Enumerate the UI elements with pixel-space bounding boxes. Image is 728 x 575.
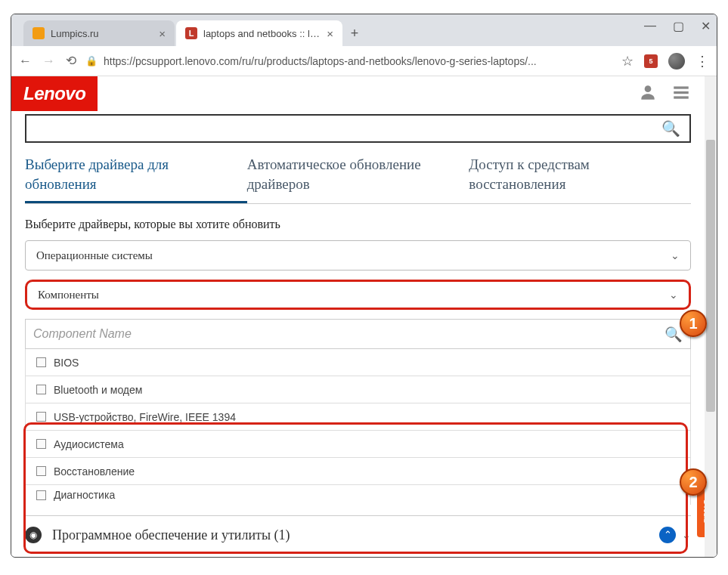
forward-icon[interactable]: → bbox=[42, 54, 55, 69]
user-icon[interactable] bbox=[638, 82, 658, 105]
address-bar: ← → ⟲ 🔒 https://pcsupport.lenovo.com/ru/… bbox=[11, 46, 717, 76]
component-item-recovery[interactable]: Восстановление bbox=[25, 458, 691, 485]
favicon-icon: L bbox=[185, 27, 197, 39]
component-label: BIOS bbox=[54, 357, 79, 369]
menu-icon[interactable]: ⋮ bbox=[695, 53, 709, 70]
addr-right: ☆ 5 ⋮ bbox=[621, 53, 709, 70]
dropdown-label: Операционные системы bbox=[36, 249, 153, 262]
site-search[interactable]: 🔍 bbox=[25, 114, 691, 143]
checkbox[interactable] bbox=[36, 466, 46, 476]
search-placeholder: Component Name bbox=[33, 327, 132, 341]
callout-2: 2 bbox=[680, 468, 707, 496]
component-item-bluetooth[interactable]: Bluetooth и модем bbox=[25, 376, 691, 403]
instruction-text: Выберите драйверы, которые вы хотите обн… bbox=[25, 218, 691, 231]
tab-recovery[interactable]: Доступ к средствам восстановления bbox=[469, 150, 691, 203]
close-window-icon[interactable]: ✕ bbox=[701, 19, 711, 33]
lock-icon: 🔒 bbox=[85, 55, 98, 66]
checkbox[interactable] bbox=[36, 490, 46, 500]
chevron-down-icon: ⌄ bbox=[671, 249, 680, 262]
url-text: https://pcsupport.lenovo.com/ru/ru/produ… bbox=[104, 55, 537, 67]
component-label: Восстановление bbox=[54, 465, 135, 478]
tab-title: laptops and netbooks :: lenovo g bbox=[203, 28, 321, 39]
svg-rect-3 bbox=[674, 96, 689, 98]
checkbox[interactable] bbox=[36, 385, 46, 394]
os-dropdown[interactable]: Операционные системы ⌄ bbox=[25, 240, 691, 270]
checkbox[interactable] bbox=[36, 357, 46, 367]
dropdown-label: Компоненты bbox=[38, 289, 99, 301]
callout-1: 1 bbox=[680, 310, 707, 337]
chevron-down-icon: ⌄ bbox=[682, 529, 691, 542]
tab-select-drivers[interactable]: Выберите драйвера для обновления bbox=[25, 150, 247, 203]
disc-icon: ◉ bbox=[25, 527, 42, 543]
close-icon[interactable]: × bbox=[327, 27, 333, 40]
component-label: USB-устройство, FireWire, IEEE 1394 bbox=[54, 411, 236, 423]
window-controls: — ▢ ✕ bbox=[644, 19, 711, 33]
checkbox[interactable] bbox=[36, 412, 46, 422]
tab-auto-update[interactable]: Автоматическое обновление драйверов bbox=[247, 150, 469, 203]
content-tabs: Выберите драйвера для обновления Автомат… bbox=[25, 150, 691, 204]
browser-window: Lumpics.ru × L laptops and netbooks :: l… bbox=[11, 14, 717, 558]
chevron-down-icon: ⌄ bbox=[669, 289, 678, 301]
checkbox[interactable] bbox=[36, 439, 46, 449]
nav-buttons: ← → ⟲ bbox=[19, 53, 76, 69]
tab-strip: Lumpics.ru × L laptops and netbooks :: l… bbox=[17, 14, 365, 46]
browser-tab-lenovo[interactable]: L laptops and netbooks :: lenovo g × bbox=[176, 20, 342, 46]
component-item-usb[interactable]: USB-устройство, FireWire, IEEE 1394 bbox=[25, 403, 691, 431]
component-label: Bluetooth и модем bbox=[54, 384, 142, 396]
components-dropdown[interactable]: Компоненты ⌄ bbox=[25, 280, 691, 310]
page-viewport: Lenovo 🔍 Выберите драйвера для обновлени… bbox=[11, 76, 717, 557]
svg-point-0 bbox=[645, 85, 652, 92]
lenovo-logo[interactable]: Lenovo bbox=[11, 76, 98, 111]
titlebar: Lumpics.ru × L laptops and netbooks :: l… bbox=[11, 14, 717, 46]
bookmark-icon[interactable]: ☆ bbox=[621, 53, 634, 70]
favicon-icon bbox=[33, 27, 45, 39]
component-label: Аудиосистема bbox=[54, 438, 124, 450]
extension-badge[interactable]: 5 bbox=[644, 54, 658, 68]
accordion-software[interactable]: ◉ Программное обеспечение и утилиты (1) … bbox=[25, 515, 691, 551]
svg-rect-1 bbox=[674, 86, 689, 88]
close-icon[interactable]: × bbox=[159, 27, 166, 40]
back-icon[interactable]: ← bbox=[19, 54, 32, 69]
component-item-audio[interactable]: Аудиосистема bbox=[25, 431, 691, 458]
maximize-icon[interactable]: ▢ bbox=[673, 19, 684, 33]
component-item-diagnostics[interactable]: Диагностика bbox=[25, 485, 691, 505]
component-item-bios[interactable]: BIOS bbox=[25, 349, 691, 376]
minimize-icon[interactable]: — bbox=[644, 19, 656, 33]
new-tab-button[interactable]: + bbox=[344, 23, 365, 44]
site-header: Lenovo bbox=[11, 76, 705, 111]
tab-title: Lumpics.ru bbox=[51, 28, 153, 39]
svg-rect-2 bbox=[674, 91, 689, 94]
url-field[interactable]: 🔒 https://pcsupport.lenovo.com/ru/ru/pro… bbox=[85, 55, 612, 67]
arrow-up-icon[interactable]: ⌃ bbox=[659, 527, 676, 543]
profile-avatar[interactable] bbox=[668, 53, 685, 70]
browser-tab-lumpics[interactable]: Lumpics.ru × bbox=[23, 20, 175, 46]
search-icon[interactable]: 🔍 bbox=[661, 119, 680, 138]
component-search[interactable]: Component Name 🔍 bbox=[25, 319, 691, 349]
hamburger-icon[interactable] bbox=[671, 82, 691, 105]
scrollbar-thumb[interactable] bbox=[706, 140, 715, 412]
component-label: Диагностика bbox=[54, 489, 115, 501]
reload-icon[interactable]: ⟲ bbox=[66, 53, 76, 69]
accordion-label: Программное обеспечение и утилиты (1) bbox=[52, 527, 290, 543]
